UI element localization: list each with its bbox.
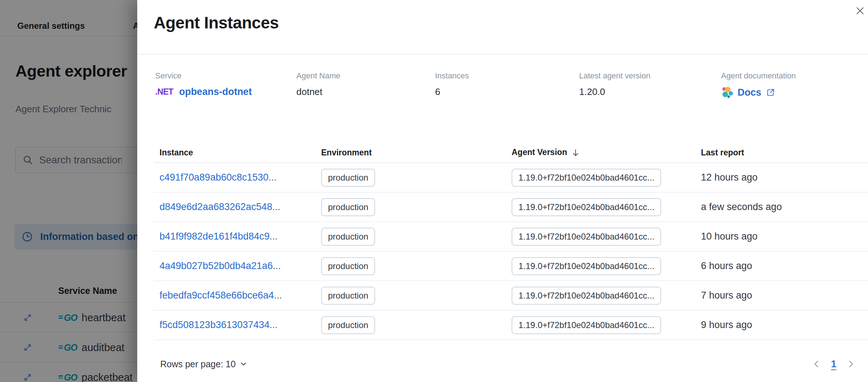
summary-docs: Agent documentation Docs xyxy=(721,71,796,99)
flyout-title: Agent Instances xyxy=(154,13,279,32)
summary-agent-name: Agent Name dotnet xyxy=(296,71,435,99)
dotnet-agent-icon: .NET xyxy=(155,87,173,97)
close-icon xyxy=(855,6,865,15)
chevron-left-icon xyxy=(812,359,822,369)
instances-value: 6 xyxy=(435,86,579,97)
chevron-down-icon xyxy=(239,360,248,368)
close-button[interactable] xyxy=(853,4,867,18)
truncation-ellipsis: ... xyxy=(274,290,282,301)
last-report-value: 10 hours ago xyxy=(701,231,758,242)
sort-descending-icon xyxy=(571,148,580,158)
table-row: d849e6d2aa683262ac548... production 1.19… xyxy=(154,192,868,222)
instances-label: Instances xyxy=(435,71,579,81)
summary-service: Service .NET opbeans-dotnet xyxy=(155,71,296,99)
pagination: 1 xyxy=(812,359,856,370)
agent-version-badge: 1.19.0+f72bf10e024b0bad4601cc... xyxy=(512,287,661,305)
instance-link[interactable]: c491f70a89ab60c8c1530 xyxy=(160,172,268,183)
rows-per-page-button[interactable]: Rows per page: 10 xyxy=(160,359,248,369)
instance-link[interactable]: b41f9f982de161f4bd84c9 xyxy=(160,231,269,242)
table-row: c491f70a89ab60c8c1530... production 1.19… xyxy=(154,163,868,192)
environment-badge: production xyxy=(321,198,375,216)
chevron-right-icon xyxy=(846,359,856,369)
table-row: b41f9f982de161f4bd84c9... production 1.1… xyxy=(154,222,868,251)
latest-version-value: 1.20.0 xyxy=(579,86,721,97)
last-report-value: 9 hours ago xyxy=(701,319,752,330)
table-row: febedfa9ccf458e66bce6a4... production 1.… xyxy=(154,281,868,310)
table-row: 4a49b027b52b0db4a21a6... production 1.19… xyxy=(154,251,868,281)
environment-badge: production xyxy=(321,169,375,187)
agent-name-label: Agent Name xyxy=(296,71,435,81)
service-label: Service xyxy=(155,71,296,81)
page-number[interactable]: 1 xyxy=(831,359,836,370)
last-report-value: 7 hours ago xyxy=(701,290,752,301)
last-report-value: a few seconds ago xyxy=(701,201,782,212)
environment-badge: production xyxy=(321,228,375,246)
divider xyxy=(137,54,868,54)
instance-link[interactable]: 4a49b027b52b0db4a21a6 xyxy=(160,260,273,271)
instance-link[interactable]: d849e6d2aa683262ac548 xyxy=(160,201,272,212)
elastic-logo-icon xyxy=(721,86,733,99)
previous-page-button[interactable] xyxy=(812,359,822,369)
next-page-button[interactable] xyxy=(846,359,856,369)
agent-instances-flyout: Agent Instances Service .NET opbeans-dot… xyxy=(137,0,868,382)
environment-badge: production xyxy=(321,316,375,334)
agent-summary: Service .NET opbeans-dotnet Agent Name d… xyxy=(155,71,861,99)
summary-instances: Instances 6 xyxy=(435,71,579,99)
truncation-ellipsis: ... xyxy=(273,260,281,271)
last-report-value: 6 hours ago xyxy=(701,260,752,271)
truncation-ellipsis: ... xyxy=(269,231,278,242)
agent-version-badge: 1.19.0+f72bf10e024b0bad4601cc... xyxy=(512,257,661,275)
summary-latest-version: Latest agent version 1.20.0 xyxy=(579,71,721,99)
agent-version-badge: 1.19.0+f72bf10e024b0bad4601cc... xyxy=(512,316,661,334)
external-link-icon xyxy=(766,88,775,97)
agent-name-value: dotnet xyxy=(296,86,435,97)
last-report-value: 12 hours ago xyxy=(701,172,758,183)
environment-badge: production xyxy=(321,257,375,275)
truncation-ellipsis: ... xyxy=(268,172,277,183)
service-link[interactable]: opbeans-dotnet xyxy=(179,86,252,97)
agent-version-badge: 1.19.0+f72bf10e024b0bad4601cc... xyxy=(512,228,661,246)
column-header-agent-version[interactable]: Agent Version xyxy=(506,142,695,163)
table-footer: Rows per page: 10 1 xyxy=(154,354,856,374)
instance-link[interactable]: febedfa9ccf458e66bce6a4 xyxy=(160,290,274,301)
instance-link[interactable]: f5cd508123b3613037434 xyxy=(160,319,269,330)
column-header-environment: Environment xyxy=(315,142,506,163)
docs-link[interactable]: Docs xyxy=(738,87,761,98)
truncation-ellipsis: ... xyxy=(272,201,281,212)
docs-label: Agent documentation xyxy=(721,71,796,81)
table-row: f5cd508123b3613037434... production 1.19… xyxy=(154,310,868,340)
instances-table: Instance Environment Agent Version Last … xyxy=(154,142,868,340)
latest-version-label: Latest agent version xyxy=(579,71,721,81)
agent-version-badge: 1.19.0+f72bf10e024b0bad4601cc... xyxy=(512,169,661,187)
column-header-instance: Instance xyxy=(154,142,315,163)
table-header-row: Instance Environment Agent Version Last … xyxy=(154,142,868,163)
agent-version-badge: 1.19.0+f72bf10e024b0bad4601cc... xyxy=(512,198,661,216)
environment-badge: production xyxy=(321,287,375,305)
rows-per-page-label: Rows per page: 10 xyxy=(160,359,236,369)
column-header-last-report: Last report xyxy=(695,142,868,163)
truncation-ellipsis: ... xyxy=(269,319,278,330)
